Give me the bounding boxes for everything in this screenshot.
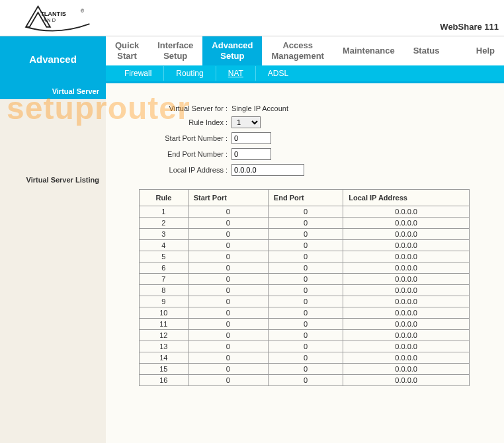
cell-end: 0 <box>268 251 343 262</box>
cell-end: 0 <box>268 319 343 330</box>
cell-start: 0 <box>188 341 268 352</box>
cell-start: 0 <box>188 240 268 251</box>
cell-ip: 0.0.0.0 <box>343 296 470 307</box>
rule-index-select[interactable]: 1 <box>231 116 261 128</box>
cell-end: 0 <box>268 330 343 341</box>
cell-ip: 0.0.0.0 <box>343 206 470 218</box>
table-row: 14000.0.0.0 <box>140 352 470 364</box>
svg-text:TLANTIS: TLANTIS <box>40 11 66 17</box>
table-row: 8000.0.0.0 <box>140 285 470 296</box>
table-row: 4000.0.0.0 <box>140 240 470 251</box>
cell-start: 0 <box>188 262 268 274</box>
vs-form: Virtual Server for : Single IP Account R… <box>126 104 497 176</box>
cell-end: 0 <box>268 206 343 218</box>
cell-end: 0 <box>268 307 343 319</box>
table-row: 12000.0.0.0 <box>140 330 470 341</box>
side-section-vs-listing: Virtual Server Listing <box>0 172 106 188</box>
cell-end: 0 <box>268 341 343 352</box>
subnav-firewall[interactable]: Firewall <box>112 66 164 81</box>
cell-ip: 0.0.0.0 <box>343 262 470 274</box>
cell-rule: 9 <box>140 296 189 307</box>
cell-ip: 0.0.0.0 <box>343 375 470 386</box>
svg-text:A N D: A N D <box>43 17 56 23</box>
cell-rule: 11 <box>140 319 189 330</box>
cell-ip: 0.0.0.0 <box>343 364 470 375</box>
nav-access-management[interactable]: AccessManagement <box>262 36 333 65</box>
cell-start: 0 <box>188 285 268 296</box>
main-nav: QuickStart InterfaceSetup AdvancedSetup … <box>106 36 504 65</box>
cell-rule: 5 <box>140 251 189 262</box>
nav-advanced-setup[interactable]: AdvancedSetup <box>202 36 262 65</box>
cell-rule: 16 <box>140 375 189 386</box>
cell-start: 0 <box>188 218 268 229</box>
cell-rule: 1 <box>140 206 189 218</box>
nav-quick-start[interactable]: QuickStart <box>106 36 148 65</box>
th-start-port: Start Port <box>188 190 268 206</box>
cell-end: 0 <box>268 218 343 229</box>
end-port-input[interactable] <box>231 148 271 160</box>
nav-wrap: Advanced QuickStart InterfaceSetup Advan… <box>0 36 504 83</box>
nav-maintenance[interactable]: Maintenance <box>333 36 404 65</box>
cell-end: 0 <box>268 375 343 386</box>
cell-start: 0 <box>188 319 268 330</box>
top-nav: QuickStart InterfaceSetup AdvancedSetup … <box>106 36 504 81</box>
local-ip-input[interactable] <box>231 164 304 176</box>
cell-rule: 7 <box>140 274 189 285</box>
nav-status[interactable]: Status <box>404 36 449 65</box>
start-port-input[interactable] <box>231 132 271 144</box>
cell-end: 0 <box>268 240 343 251</box>
content: setuprouter Virtual Server for : Single … <box>106 83 504 443</box>
table-row: 2000.0.0.0 <box>140 218 470 229</box>
cell-end: 0 <box>268 274 343 285</box>
table-row: 13000.0.0.0 <box>140 341 470 352</box>
table-row: 3000.0.0.0 <box>140 229 470 240</box>
cell-rule: 10 <box>140 307 189 319</box>
cell-rule: 6 <box>140 262 189 274</box>
nav-interface-setup[interactable]: InterfaceSetup <box>148 36 202 65</box>
cell-start: 0 <box>188 229 268 240</box>
table-row: 6000.0.0.0 <box>140 262 470 274</box>
cell-start: 0 <box>188 307 268 319</box>
subnav-nat[interactable]: NAT <box>216 66 256 81</box>
cell-ip: 0.0.0.0 <box>343 274 470 285</box>
table-row: 16000.0.0.0 <box>140 375 470 386</box>
cell-rule: 14 <box>140 352 189 364</box>
subnav-routing[interactable]: Routing <box>164 66 216 81</box>
section-title: Advanced <box>0 36 106 81</box>
sub-nav: Firewall Routing NAT ADSL <box>106 65 504 81</box>
nav-spacer <box>448 36 466 65</box>
side-section-virtual-server: Virtual Server <box>0 83 106 99</box>
cell-end: 0 <box>268 352 343 364</box>
cell-end: 0 <box>268 229 343 240</box>
body: Virtual Server Virtual Server Listing se… <box>0 83 504 443</box>
brand-logo: TLANTIS A N D ® <box>20 1 93 34</box>
table-row: 11000.0.0.0 <box>140 319 470 330</box>
th-local-ip: Local IP Address <box>343 190 470 206</box>
vs-for-label: Virtual Server for : <box>126 104 231 112</box>
cell-start: 0 <box>188 274 268 285</box>
nav-help[interactable]: Help <box>467 36 504 65</box>
cell-end: 0 <box>268 285 343 296</box>
cell-start: 0 <box>188 296 268 307</box>
table-row: 5000.0.0.0 <box>140 251 470 262</box>
table-row: 1000.0.0.0 <box>140 206 470 218</box>
cell-ip: 0.0.0.0 <box>343 285 470 296</box>
cell-start: 0 <box>188 251 268 262</box>
cell-rule: 13 <box>140 341 189 352</box>
cell-rule: 15 <box>140 364 189 375</box>
subnav-adsl[interactable]: ADSL <box>256 66 300 81</box>
cell-start: 0 <box>188 352 268 364</box>
cell-ip: 0.0.0.0 <box>343 341 470 352</box>
cell-start: 0 <box>188 364 268 375</box>
cell-ip: 0.0.0.0 <box>343 352 470 364</box>
cell-start: 0 <box>188 375 268 386</box>
cell-end: 0 <box>268 364 343 375</box>
vs-listing-table: Rule Start Port End Port Local IP Addres… <box>139 189 470 386</box>
cell-rule: 2 <box>140 218 189 229</box>
cell-ip: 0.0.0.0 <box>343 240 470 251</box>
cell-ip: 0.0.0.0 <box>343 330 470 341</box>
product-name: WebShare 111 <box>440 22 499 32</box>
table-row: 15000.0.0.0 <box>140 364 470 375</box>
cell-ip: 0.0.0.0 <box>343 307 470 319</box>
cell-end: 0 <box>268 262 343 274</box>
